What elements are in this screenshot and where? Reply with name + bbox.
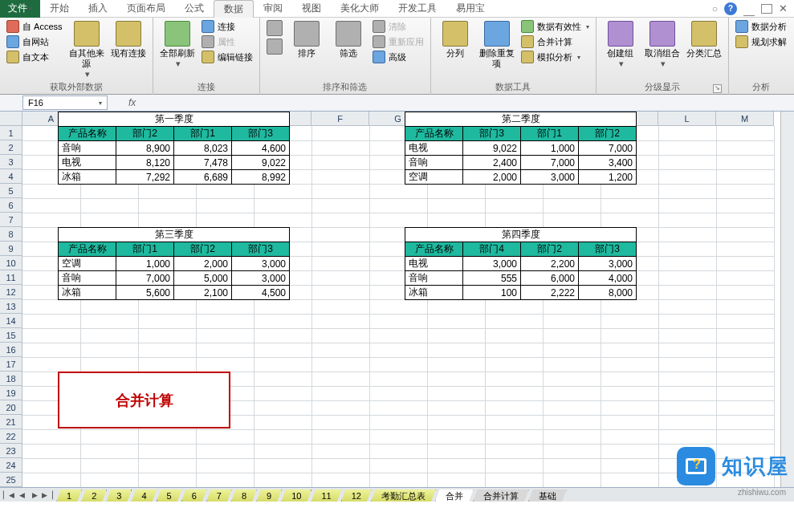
row-header[interactable]: 15 — [0, 328, 22, 343]
cell[interactable] — [716, 169, 774, 184]
cell[interactable] — [658, 429, 716, 444]
cell[interactable] — [311, 285, 369, 299]
cell[interactable] — [369, 213, 427, 227]
cell[interactable] — [543, 415, 601, 429]
cell[interactable] — [80, 444, 138, 458]
table-cell[interactable]: 5,600 — [116, 286, 174, 300]
cell[interactable] — [369, 400, 427, 415]
cell[interactable] — [22, 314, 80, 328]
cell[interactable] — [658, 155, 716, 169]
row-header[interactable]: 4 — [0, 169, 22, 184]
table-cell[interactable]: 空调 — [405, 170, 463, 185]
sort-button[interactable]: 排序 — [287, 19, 326, 60]
cell[interactable] — [138, 429, 196, 444]
table-cell[interactable]: 6,000 — [521, 271, 579, 286]
cell[interactable] — [427, 400, 485, 415]
menu-tab-视图[interactable]: 视图 — [292, 0, 331, 18]
cell[interactable] — [254, 400, 311, 415]
fx-icon[interactable]: fx — [128, 97, 136, 108]
cell[interactable] — [601, 444, 658, 458]
cell[interactable] — [543, 458, 601, 473]
cell[interactable] — [716, 400, 774, 415]
cell[interactable] — [311, 400, 369, 415]
cell[interactable] — [601, 429, 658, 444]
window-restore-icon[interactable] — [761, 4, 772, 14]
cell[interactable] — [311, 256, 369, 270]
sheet-tab[interactable]: 考勤汇总表 — [371, 489, 436, 502]
cell[interactable] — [138, 458, 196, 473]
cell[interactable] — [22, 184, 80, 198]
menu-tab-插入[interactable]: 插入 — [79, 0, 117, 18]
cell[interactable] — [601, 328, 658, 343]
cell[interactable] — [716, 314, 774, 328]
cell[interactable] — [196, 213, 254, 227]
cell[interactable] — [311, 299, 369, 314]
window-close-icon[interactable]: ✕ — [779, 2, 788, 14]
row-header[interactable]: 22 — [0, 429, 22, 444]
cell[interactable] — [138, 343, 196, 357]
table-cell[interactable]: 音响 — [59, 271, 116, 286]
cell[interactable] — [254, 299, 311, 314]
sheet-tab[interactable]: 6 — [181, 489, 207, 502]
table-cell[interactable]: 8,120 — [116, 156, 174, 170]
cell[interactable] — [196, 357, 254, 372]
cell[interactable] — [22, 213, 80, 227]
table-cell[interactable]: 2,222 — [521, 286, 579, 300]
table-cell[interactable]: 3,400 — [579, 156, 637, 170]
cell[interactable] — [485, 184, 543, 198]
row-header[interactable]: 23 — [0, 444, 22, 458]
cell[interactable] — [658, 415, 716, 429]
cell[interactable] — [427, 372, 485, 386]
whatif-button[interactable]: 模拟分析▾ — [519, 50, 591, 64]
row-header[interactable]: 3 — [0, 155, 22, 169]
cell[interactable] — [254, 444, 311, 458]
reapply-button[interactable]: 重新应用 — [371, 35, 426, 49]
cell[interactable] — [80, 299, 138, 314]
cell[interactable] — [485, 357, 543, 372]
cell[interactable] — [485, 429, 543, 444]
cell[interactable] — [369, 184, 427, 198]
row-header[interactable]: 7 — [0, 213, 22, 227]
menu-tab-审阅[interactable]: 审阅 — [254, 0, 292, 18]
window-min-icon[interactable] — [743, 6, 755, 16]
cell[interactable] — [369, 429, 427, 444]
cell[interactable] — [311, 213, 369, 227]
cell[interactable] — [311, 328, 369, 343]
name-box[interactable]: F16▾ — [22, 95, 108, 110]
cell[interactable] — [80, 458, 138, 473]
table-cell[interactable]: 2,200 — [521, 257, 579, 271]
existing-conn-button[interactable]: 现有连接 — [109, 19, 148, 60]
cell[interactable] — [601, 213, 658, 227]
cell[interactable] — [658, 242, 716, 256]
sheet-tab[interactable]: 合并 — [435, 489, 474, 502]
table-cell[interactable]: 6,689 — [174, 170, 232, 185]
cell[interactable] — [427, 299, 485, 314]
cell[interactable] — [601, 299, 658, 314]
table-cell[interactable]: 1,000 — [116, 257, 174, 271]
row-header[interactable]: 9 — [0, 242, 22, 256]
cell[interactable] — [485, 444, 543, 458]
table-cell[interactable]: 冰箱 — [59, 286, 116, 300]
cell[interactable] — [80, 343, 138, 357]
table-cell[interactable]: 8,900 — [116, 141, 174, 156]
text-to-columns-button[interactable]: 分列 — [436, 19, 474, 60]
row-header[interactable]: 10 — [0, 256, 22, 270]
table-cell[interactable]: 8,992 — [232, 170, 290, 185]
cell[interactable] — [658, 184, 716, 198]
cell[interactable] — [311, 473, 369, 487]
cell[interactable] — [658, 198, 716, 213]
table-cell[interactable]: 3,000 — [232, 271, 290, 286]
sheet-tab[interactable]: 5 — [157, 489, 182, 502]
sheet-tab[interactable]: 基础 — [528, 489, 567, 502]
cell[interactable] — [485, 473, 543, 487]
sheet-tab[interactable]: 3 — [106, 489, 132, 502]
cell[interactable] — [658, 126, 716, 140]
cell[interactable] — [716, 386, 774, 400]
cell[interactable] — [485, 415, 543, 429]
cell[interactable] — [254, 473, 311, 487]
table-cell[interactable]: 3,000 — [521, 170, 579, 185]
cell[interactable] — [311, 415, 369, 429]
sheet-tab[interactable]: 合并计算 — [473, 489, 529, 502]
cell[interactable] — [311, 140, 369, 155]
cell[interactable] — [196, 184, 254, 198]
